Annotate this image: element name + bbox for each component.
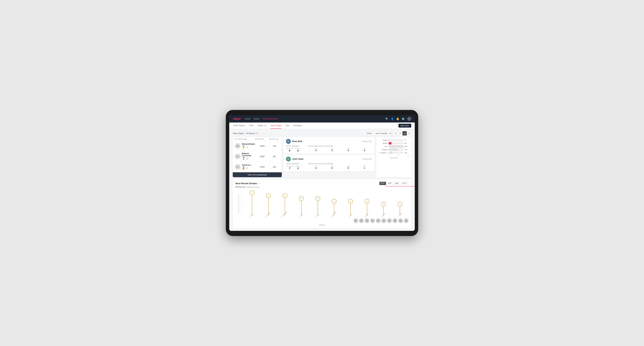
avatar: RB [286,139,291,144]
player-list-header: PLAYER NAME PB SCORE PB AVG SQ [233,137,282,141]
bar-chart-axis: 0 200 400 [378,155,410,156]
streak-bar-col: 4xB. Ford [343,190,358,218]
streak-filter-ott[interactable]: OTT [380,182,386,185]
player-cards: RB Rees Britt 02 Sep 2023 Total Rounds T… [284,137,374,177]
player-card-rees-britt: RB Rees Britt 02 Sep 2023 Total Rounds T… [284,137,374,154]
players-x-label: Players [236,224,408,226]
grid-view-button[interactable]: ⊞ [394,131,398,135]
view-icons: ⊞ ☰ ▤ ⚙ [394,131,411,135]
subnav-tour[interactable]: Tour [285,123,290,129]
subnav-team-clippd[interactable]: Team Clippd [270,123,282,129]
streak-player-label: B. McHarg [266,212,270,217]
streak-bubble: 4x [364,199,370,204]
edit-icon[interactable]: ✏️ [256,133,258,134]
subnav-right: Add Team [398,124,411,128]
streak-subtitle: Off The Tee, Fairway Accuracy [236,186,408,188]
chart-view-button[interactable]: ▤ [402,131,407,135]
streak-bar-col: 6xB. McHarg [261,190,276,218]
player-photo: JC [370,218,375,223]
bar-row-dbogeys: D. Bogeys + 131 [378,152,410,154]
avatar: JC [286,157,291,162]
player-list-card: PLAYER NAME PB SCORE PB AVG SQ RB Richar… [233,137,282,177]
table-row[interactable]: CA Cameron... 🥉 3 17/20 103 [233,162,282,172]
tablet-frame: clippd Home Teams My Performance 🔍 👤 🔔 ⚙… [226,110,418,236]
player-photo: CQ [404,218,408,223]
content-grid: PLAYER NAME PB SCORE PB AVG SQ RB Richar… [233,137,411,177]
nav-my-performance[interactable]: My Performance [263,118,278,120]
y-axis-label: Best Streak, Fairway Accuracy [238,194,240,213]
table-row[interactable]: RB Richard Butler 🥇 1 19/20 110 [233,141,282,151]
table-row[interactable]: EC Edward Crossman 🥈 2 18/20 107 [233,151,282,162]
streak-bar-col: 4xE. Crossman [326,190,342,218]
show-label: Show [367,132,372,134]
nav-home[interactable]: Home [245,118,250,120]
period-select[interactable]: Last 3 months [373,131,392,135]
player-photo: BM [359,218,364,223]
player-photo: RB [376,218,380,223]
player-photo: EC [382,218,386,223]
player-photo: BF [387,218,392,223]
streak-bubble: 5x [315,196,320,201]
avatar: EC [235,154,240,159]
streak-player-label: E. Crossman [330,211,336,217]
streak-bar-col: 3xC. Quick [392,190,408,218]
settings-view-button[interactable]: ⚙ [407,131,411,135]
streak-bar-line [252,195,252,215]
streak-filter-arg[interactable]: ARG [394,182,400,185]
avatar: RB [235,143,240,149]
streak-bar-col: 5xR. Britt [310,190,326,218]
nav-teams[interactable]: Teams [254,118,260,120]
streak-bubble: 3x [398,202,402,207]
navbar: clippd Home Teams My Performance 🔍 👤 🔔 ⚙… [229,115,415,123]
avatar[interactable]: U [407,117,411,121]
bar-row-eagles: Eagles 3 [378,139,410,141]
streak-filter-buttons: OTT APP ARG PUTT [380,182,408,185]
bell-icon[interactable]: 🔔 [396,117,399,120]
add-team-button[interactable]: Add Team [398,124,411,128]
team-title: Team Clippd | 14 Players ✏️ [233,132,258,134]
streak-bubble: 4x [348,199,353,204]
logo: clippd [233,117,240,120]
nav-links: Home Teams My Performance [245,118,278,120]
settings-icon[interactable]: ⚙️ [402,117,404,120]
bar-row-bogeys: Bogeys 311 [378,148,410,151]
streak-bar-col: 4xM. Miller [359,190,375,218]
bar-chart-content: Eagles 3 Birdies 96 [378,139,410,154]
subnav-hcaps[interactable]: Hcaps 1-5 [257,123,267,129]
bar-row-birdies: Birdies 96 [378,142,410,145]
streak-bar-line [268,198,268,215]
player-photo: DB [365,218,369,223]
streak-filter-putt[interactable]: PUTT [401,182,408,185]
subnav-pgat[interactable]: PGAT Players [233,123,246,129]
player-card-josh-coles: JC Josh Coles 26 Aug 2023 Total Rounds T… [284,155,374,172]
search-icon[interactable]: 🔍 [385,117,388,120]
main-content: Team Clippd | 14 Players ✏️ Show Last 3 … [229,129,415,231]
subnav-pga[interactable]: PGA [249,123,254,129]
player-photo: MM [393,218,397,223]
streak-bubble: 3x [381,202,386,207]
team-header: Team Clippd | 14 Players ✏️ Show Last 3 … [233,131,411,135]
arrow-icon: ← [258,182,261,185]
show-controls: Show Last 3 months ⊞ ☰ ▤ ⚙ [367,131,411,135]
avatar: CA [235,164,240,170]
streak-bar-line [318,201,318,215]
bar-chart-title: Total Shots [378,157,410,159]
streak-bubble: 6x [282,193,287,198]
streaks-wrapper: Best Round Streaks ← OTT APP ARG PUTT Of… [233,179,411,228]
view-leaderboard-button[interactable]: View Full Leaderboard [233,172,282,177]
streak-bubble: 4x [332,199,336,204]
streak-bubble: 5x [299,196,304,201]
subnav-all-players[interactable]: All Players [293,123,303,129]
streak-bubble: 7x [250,190,254,195]
streak-chart-container: Best Streak, Fairway Accuracy 7 6 5 4 3 … [236,190,408,218]
player-photo: EE [354,218,358,223]
streak-bubble: 6x [266,193,271,198]
bar-chart-card: Eagles 3 Birdies 96 [376,137,411,177]
streaks-section: Best Round Streaks ← OTT APP ARG PUTT Of… [233,179,411,228]
streak-bars: 7xE. Ebert6xB. McHarg6xD. Billingham5xJ.… [244,190,408,218]
person-icon[interactable]: 👤 [391,117,394,120]
streak-filter-app[interactable]: APP [386,182,393,185]
list-view-button[interactable]: ☰ [398,131,402,135]
bar-row-pars: Pars 499 [378,145,410,148]
streak-bar-col: 5xJ. Coles [294,190,309,218]
